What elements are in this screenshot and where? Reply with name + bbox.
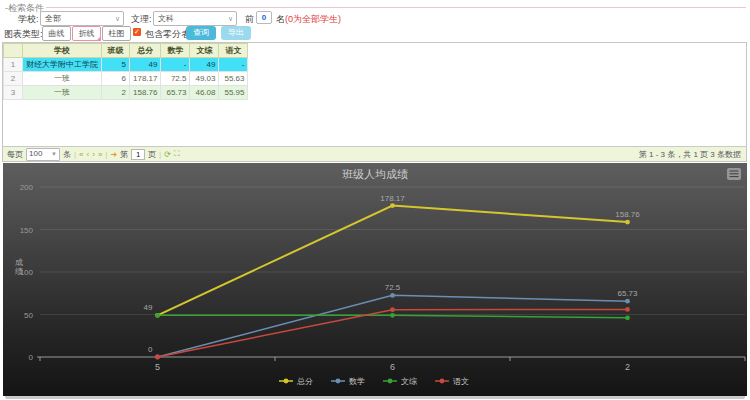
y-tick-label: 50 [24,311,33,320]
first-page-icon[interactable]: « [79,150,83,159]
svg-text:文综: 文综 [401,377,417,386]
fieldset-line [36,7,746,8]
search-panel: -检索条件 学校: 全部 ∨ 文理: 文科 ∨ 前 名 (0为全部学生) 图表类… [0,0,750,42]
table-cell: 一班 [23,72,102,86]
filter-row: 学校: 全部 ∨ 文理: 文科 ∨ 前 名 (0为全部学生) [0,11,750,25]
line-chart: 班级人均成绩050100150200成绩56249178.17158.76072… [3,163,747,396]
top-n-hint: (0为全部学生) [285,13,341,26]
export-button[interactable]: 导出 [221,26,251,40]
prev-page-icon[interactable]: ‹ [87,150,90,159]
top-n-label: 前 [245,13,254,26]
page-label: 第 [120,149,128,160]
y-tick-label: 200 [20,183,34,192]
refresh-icon[interactable]: ⟳ [164,150,171,159]
stream-select[interactable]: 文科 ∨ [153,11,237,26]
data-point[interactable] [390,307,395,312]
table-cell: 178.17 [130,72,161,86]
chart-type-button-1[interactable]: 曲线 [42,26,71,41]
data-point[interactable] [155,313,160,318]
data-point[interactable] [625,307,630,312]
column-header-3[interactable]: 总分 [130,44,161,58]
include-zero-checkbox[interactable]: ✓ [133,28,141,36]
data-point-label: 158.76 [615,210,640,219]
go-page-icon[interactable]: ➜ [110,150,117,159]
page-size-unit: 条 [63,149,71,160]
table-cell: 55.95 [219,86,248,100]
table-row[interactable]: 1财经大学附中工学院549-49- [4,58,248,72]
legend-item-总分[interactable]: 总分 [279,377,313,386]
x-tick-label: 6 [390,362,395,372]
page-number-input[interactable] [131,149,145,160]
stream-label: 文理: [131,13,152,26]
school-select[interactable]: 全部 ∨ [40,11,124,26]
table-cell: 5 [102,58,130,72]
column-header-4[interactable]: 数学 [161,44,190,58]
table-cell: 49.03 [190,72,219,86]
series-line-数学 [158,295,628,357]
table-cell: 2 [102,86,130,100]
data-point[interactable] [625,315,630,320]
table-cell: 46.08 [190,86,219,100]
page-size-select[interactable]: 100 ▼ [26,148,60,161]
table-row[interactable]: 3一班2158.7665.7346.0855.95 [4,86,248,100]
svg-text:语文: 语文 [453,377,469,386]
data-point-label: 65.73 [617,289,638,298]
y-axis-title: 成绩 [15,258,23,276]
pager: 每页 100 ▼ 条 | « ‹ › » | ➜ 第 页 | ⟳ ⛶ 第 1 -… [3,146,746,161]
column-header-2[interactable]: 班级 [102,44,130,58]
data-point[interactable] [625,220,630,225]
data-point-label: 49 [144,303,153,312]
table-cell: 65.73 [161,86,190,100]
x-tick-label: 5 [155,362,160,372]
query-button[interactable]: 查询 [186,26,216,40]
school-label: 学校: [18,13,39,26]
data-point-label: 72.5 [385,283,401,292]
chart-type-button-2[interactable]: 折线 [72,26,101,41]
include-zero-label: 包含零分者 [145,28,190,41]
page-unit: 页 [148,149,156,160]
x-tick-label: 2 [625,362,630,372]
legend-item-语文[interactable]: 语文 [435,377,469,386]
top-n-suffix: 名 [276,13,285,26]
top-n-input[interactable] [256,11,272,24]
svg-text:数学: 数学 [349,377,365,386]
bottom-strip [5,396,745,399]
chart-type-label: 图表类型: [4,28,43,41]
table-cell: - [219,58,248,72]
legend-item-数学[interactable]: 数学 [331,377,365,386]
results-table: 学校班级总分数学文综语文 1财经大学附中工学院549-49-2一班6178.17… [3,43,248,100]
column-header-6[interactable]: 语文 [219,44,248,58]
table-cell: 一班 [23,86,102,100]
next-page-icon[interactable]: › [92,150,95,159]
data-point[interactable] [390,313,395,318]
legend-item-文综[interactable]: 文综 [383,377,417,386]
table-cell: 158.76 [130,86,161,100]
expand-icon[interactable]: ⛶ [174,149,180,159]
rownum-header [4,44,23,58]
chevron-down-icon: ∨ [228,12,233,25]
table-cell: 49 [190,58,219,72]
table-header-row: 学校班级总分数学文综语文 [4,44,248,58]
data-point[interactable] [390,293,395,298]
rownum-cell: 2 [4,72,23,86]
table-cell: 55.63 [219,72,248,86]
pager-status: 第 1 - 3 条，共 1 页 3 条数据 [639,149,741,160]
data-point-label: 178.17 [380,194,405,203]
column-header-5[interactable]: 文综 [190,44,219,58]
svg-text:总分: 总分 [296,377,313,386]
rownum-cell: 3 [4,86,23,100]
data-point[interactable] [155,355,160,360]
data-point[interactable] [390,203,395,208]
table-cell: 财经大学附中工学院 [23,58,102,72]
chart-panel: 班级人均成绩050100150200成绩56249178.17158.76072… [3,163,747,396]
table-cell: - [161,58,190,72]
table-row[interactable]: 2一班6178.1772.549.0355.63 [4,72,248,86]
chart-type-button-3[interactable]: 柱图 [102,26,131,41]
data-point-label: 0 [148,345,153,354]
column-header-1[interactable]: 学校 [23,44,102,58]
data-point[interactable] [625,299,630,304]
last-page-icon[interactable]: » [98,150,102,159]
table-cell: 72.5 [161,72,190,86]
y-tick-label: 150 [20,226,34,235]
chart-type-row: 图表类型: 曲线折线柱图 ✓ 包含零分者 查询 导出 [0,26,750,40]
